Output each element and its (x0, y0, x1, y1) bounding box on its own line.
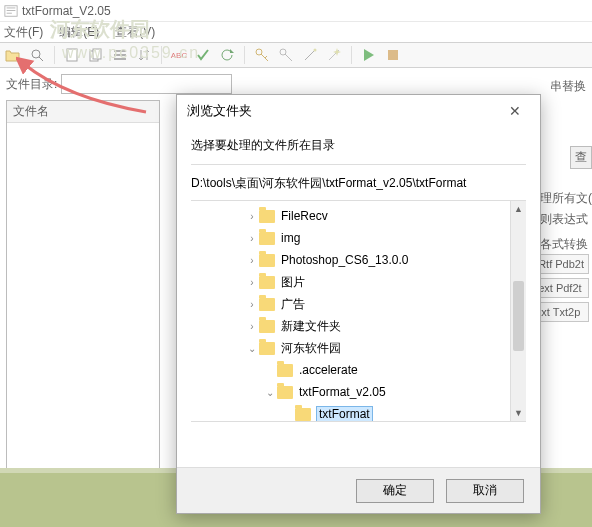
scroll-up-icon[interactable]: ▲ (511, 201, 526, 217)
folder-icon (295, 408, 311, 421)
chevron-icon[interactable]: › (245, 299, 259, 310)
current-path: D:\tools\桌面\河东软件园\txtFormat_v2.05\txtFor… (191, 175, 526, 192)
folder-icon (277, 364, 293, 377)
scroll-down-icon[interactable]: ▼ (511, 405, 526, 421)
folder-icon (259, 232, 275, 245)
folder-icon (259, 342, 275, 355)
dialog-instruction: 选择要处理的文件所在目录 (191, 137, 526, 154)
scroll-thumb[interactable] (513, 281, 524, 351)
tree-label: txtFormat_v2.05 (299, 385, 386, 399)
folder-icon (259, 254, 275, 267)
tree-node[interactable]: ›Photoshop_CS6_13.0.0 (191, 249, 526, 271)
tree-node[interactable]: ›图片 (191, 271, 526, 293)
chevron-icon[interactable]: › (245, 233, 259, 244)
dialog-title: 浏览文件夹 (187, 102, 252, 120)
folder-icon (277, 386, 293, 399)
tree-label: 图片 (281, 274, 305, 291)
folder-icon (259, 298, 275, 311)
folder-icon (259, 276, 275, 289)
close-button[interactable]: ✕ (500, 103, 530, 119)
tree-node[interactable]: ⌄河东软件园 (191, 337, 526, 359)
chevron-icon[interactable]: ⌄ (263, 387, 277, 398)
tree-node[interactable]: ›新建文件夹 (191, 315, 526, 337)
tree-node[interactable]: ›img (191, 227, 526, 249)
folder-icon (259, 320, 275, 333)
chevron-icon[interactable]: ⌄ (245, 343, 259, 354)
tree-node[interactable]: ›FileRecv (191, 205, 526, 227)
tree-label: 河东软件园 (281, 340, 341, 357)
tree-label: img (281, 231, 300, 245)
tree-label: 新建文件夹 (281, 318, 341, 335)
chevron-icon[interactable]: › (245, 255, 259, 266)
tree-label: txtFormat (317, 407, 372, 421)
folder-icon (259, 210, 275, 223)
chevron-icon[interactable]: › (245, 211, 259, 222)
tree-node[interactable]: txtFormat (191, 403, 526, 422)
chevron-icon[interactable]: › (245, 321, 259, 332)
tree-label: FileRecv (281, 209, 328, 223)
tree-label: 广告 (281, 296, 305, 313)
tree-node[interactable]: ⌄txtFormat_v2.05 (191, 381, 526, 403)
chevron-icon[interactable]: › (245, 277, 259, 288)
tree-label: Photoshop_CS6_13.0.0 (281, 253, 408, 267)
tree-label: .accelerate (299, 363, 358, 377)
folder-tree[interactable]: ›FileRecv›img›Photoshop_CS6_13.0.0›图片›广告… (191, 205, 526, 422)
tree-node[interactable]: .accelerate (191, 359, 526, 381)
tree-scrollbar[interactable]: ▲ ▼ (510, 201, 526, 421)
ok-button[interactable]: 确定 (356, 479, 434, 503)
browse-folder-dialog: 浏览文件夹 ✕ 选择要处理的文件所在目录 D:\tools\桌面\河东软件园\t… (176, 94, 541, 514)
cancel-button[interactable]: 取消 (446, 479, 524, 503)
tree-node[interactable]: ›广告 (191, 293, 526, 315)
